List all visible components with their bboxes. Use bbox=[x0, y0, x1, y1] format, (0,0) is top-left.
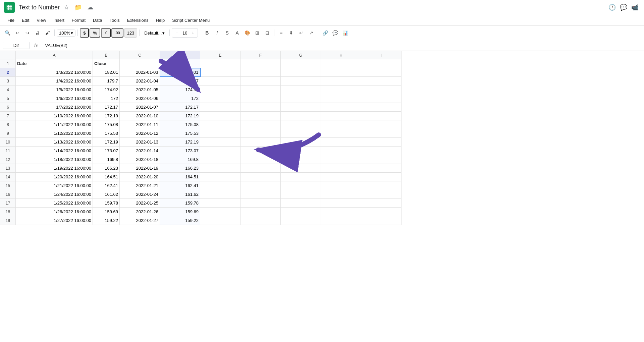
spreadsheet-cell[interactable]: 1/7/2022 16:00:00 bbox=[16, 103, 93, 112]
spreadsheet-cell[interactable]: 175.08 bbox=[93, 120, 120, 129]
spreadsheet-cell[interactable]: 2022-01-03 bbox=[120, 68, 160, 77]
spreadsheet-cell[interactable]: 159.22 bbox=[160, 216, 200, 225]
spreadsheet-cell[interactable] bbox=[361, 164, 401, 173]
spreadsheet-cell[interactable]: 1/27/2022 16:00:00 bbox=[16, 216, 93, 225]
spreadsheet-cell[interactable] bbox=[200, 112, 240, 120]
merge-button[interactable]: ⊟ bbox=[263, 28, 272, 38]
menu-view[interactable]: View bbox=[33, 16, 49, 24]
comment-icon[interactable]: 💬 bbox=[619, 2, 629, 12]
spreadsheet-cell[interactable]: 159.69 bbox=[160, 208, 200, 216]
spreadsheet-cell[interactable] bbox=[281, 216, 321, 225]
row-header-16[interactable]: 16 bbox=[0, 190, 16, 199]
bold-button[interactable]: B bbox=[202, 28, 212, 38]
menu-data[interactable]: Data bbox=[90, 16, 105, 24]
spreadsheet-cell[interactable]: 169.8 bbox=[160, 155, 200, 164]
spreadsheet-cell[interactable]: 164.51 bbox=[160, 173, 200, 181]
spreadsheet-cell[interactable] bbox=[361, 190, 401, 199]
link-button[interactable]: 🔗 bbox=[320, 28, 330, 38]
spreadsheet-cell[interactable] bbox=[281, 112, 321, 120]
spreadsheet-cell[interactable]: 162.41 bbox=[160, 181, 200, 190]
spreadsheet-cell[interactable] bbox=[200, 59, 240, 68]
spreadsheet-cell[interactable] bbox=[200, 164, 240, 173]
spreadsheet-cell[interactable] bbox=[281, 173, 321, 181]
font-size-decrease-button[interactable]: − bbox=[173, 30, 180, 36]
spreadsheet-cell[interactable] bbox=[361, 68, 401, 77]
search-button[interactable]: 🔍 bbox=[3, 28, 12, 38]
format-dec-decrease-button[interactable]: .0 bbox=[101, 28, 111, 38]
spreadsheet-cell[interactable] bbox=[240, 103, 281, 112]
spreadsheet-cell[interactable]: 2022-01-07 bbox=[120, 103, 160, 112]
spreadsheet-cell[interactable] bbox=[361, 94, 401, 103]
spreadsheet-cell[interactable] bbox=[281, 86, 321, 94]
spreadsheet-cell[interactable]: Close bbox=[93, 59, 120, 68]
spreadsheet-cell[interactable] bbox=[240, 86, 281, 94]
spreadsheet-cell[interactable]: 173.07 bbox=[160, 147, 200, 155]
spreadsheet-cell[interactable] bbox=[240, 120, 281, 129]
spreadsheet-cell[interactable]: 175.08 bbox=[160, 120, 200, 129]
menu-file[interactable]: File bbox=[4, 16, 18, 24]
col-header-d[interactable]: D bbox=[160, 51, 200, 59]
italic-button[interactable]: I bbox=[212, 28, 222, 38]
comment-add-button[interactable]: 💬 bbox=[330, 28, 340, 38]
spreadsheet-cell[interactable]: Date bbox=[16, 59, 93, 68]
font-size-control[interactable]: − 10 + bbox=[172, 28, 198, 38]
cell-reference-input[interactable] bbox=[3, 42, 30, 49]
paint-format-button[interactable]: 🖌 bbox=[43, 28, 52, 38]
row-header-2[interactable]: 2 bbox=[0, 68, 16, 77]
text-wrap-button[interactable]: ↵ bbox=[297, 28, 306, 38]
spreadsheet-cell[interactable] bbox=[200, 120, 240, 129]
spreadsheet-cell[interactable] bbox=[321, 94, 361, 103]
spreadsheet-cell[interactable] bbox=[200, 190, 240, 199]
spreadsheet-cell[interactable]: 159.78 bbox=[93, 199, 120, 208]
spreadsheet-cell[interactable] bbox=[321, 173, 361, 181]
row-header-19[interactable]: 19 bbox=[0, 216, 16, 225]
spreadsheet-cell[interactable]: 2022-01-20 bbox=[120, 173, 160, 181]
spreadsheet-cell[interactable] bbox=[281, 138, 321, 147]
spreadsheet-cell[interactable]: 1/10/2022 16:00:00 bbox=[16, 112, 93, 120]
menu-extensions[interactable]: Extensions bbox=[124, 16, 152, 24]
spreadsheet-cell[interactable]: 2022-01-18 bbox=[120, 155, 160, 164]
spreadsheet-cell[interactable]: 159.22 bbox=[93, 216, 120, 225]
spreadsheet-cell[interactable]: 174.92 bbox=[93, 86, 120, 94]
row-header-4[interactable]: 4 bbox=[0, 86, 16, 94]
font-size-increase-button[interactable]: + bbox=[190, 30, 196, 36]
menu-edit[interactable]: Edit bbox=[18, 16, 33, 24]
spreadsheet-cell[interactable]: 1/6/2022 16:00:00 bbox=[16, 94, 93, 103]
spreadsheet-cell[interactable]: 182.01 bbox=[93, 68, 120, 77]
spreadsheet-cell[interactable]: 175.53 bbox=[93, 129, 120, 138]
spreadsheet-cell[interactable] bbox=[321, 181, 361, 190]
spreadsheet-cell[interactable]: 1/3/2022 16:00:00 bbox=[16, 68, 93, 77]
spreadsheet-cell[interactable]: 182.01 bbox=[160, 68, 200, 77]
spreadsheet-cell[interactable] bbox=[321, 147, 361, 155]
spreadsheet-cell[interactable]: 1/14/2022 16:00:00 bbox=[16, 147, 93, 155]
spreadsheet-cell[interactable] bbox=[200, 86, 240, 94]
spreadsheet-cell[interactable] bbox=[321, 68, 361, 77]
spreadsheet-cell[interactable]: 174.92 bbox=[160, 86, 200, 94]
spreadsheet-cell[interactable] bbox=[240, 59, 281, 68]
spreadsheet-cell[interactable] bbox=[240, 77, 281, 86]
spreadsheet-cell[interactable] bbox=[321, 86, 361, 94]
col-header-b[interactable]: B bbox=[93, 51, 120, 59]
col-header-e[interactable]: E bbox=[200, 51, 240, 59]
spreadsheet-cell[interactable] bbox=[361, 155, 401, 164]
spreadsheet-cell[interactable] bbox=[321, 190, 361, 199]
row-header-17[interactable]: 17 bbox=[0, 199, 16, 208]
spreadsheet-cell[interactable]: 1/13/2022 16:00:00 bbox=[16, 138, 93, 147]
spreadsheet-cell[interactable] bbox=[281, 120, 321, 129]
spreadsheet-cell[interactable] bbox=[240, 129, 281, 138]
spreadsheet-cell[interactable]: 172 bbox=[160, 94, 200, 103]
spreadsheet-cell[interactable] bbox=[321, 129, 361, 138]
spreadsheet-cell[interactable]: 2022-01-04 bbox=[120, 77, 160, 86]
star-icon[interactable]: ☆ bbox=[62, 2, 70, 12]
zoom-selector[interactable]: 100% ▾ bbox=[57, 30, 75, 37]
valign-button[interactable]: ⬇ bbox=[286, 28, 296, 38]
spreadsheet-cell[interactable]: 1/25/2022 16:00:00 bbox=[16, 199, 93, 208]
row-header-11[interactable]: 11 bbox=[0, 147, 16, 155]
row-header-3[interactable]: 3 bbox=[0, 77, 16, 86]
col-header-i[interactable]: I bbox=[361, 51, 401, 59]
spreadsheet-cell[interactable] bbox=[240, 112, 281, 120]
spreadsheet-cell[interactable]: 175.53 bbox=[160, 129, 200, 138]
col-header-a[interactable]: A bbox=[16, 51, 93, 59]
row-header-9[interactable]: 9 bbox=[0, 129, 16, 138]
text-rotate-button[interactable]: ↗ bbox=[307, 28, 316, 38]
